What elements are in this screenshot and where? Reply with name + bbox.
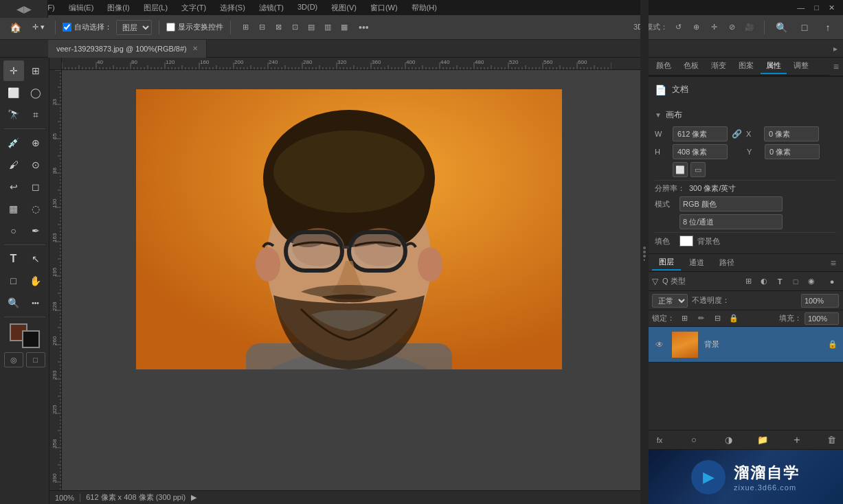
depth-select[interactable]: 8 位/通道	[679, 214, 783, 229]
3d-icon-4[interactable]: ⊘	[724, 20, 739, 35]
hand-tool[interactable]: ✋	[25, 271, 46, 291]
menu-layer[interactable]: 图层(L)	[144, 3, 168, 13]
blend-mode-select[interactable]: 正常	[652, 294, 688, 308]
transform-controls-checkbox[interactable]: 显示变换控件	[166, 22, 223, 32]
align-right-icon[interactable]: ⊠	[271, 20, 286, 35]
lock-position-icon[interactable]: ✏	[694, 312, 708, 325]
layer-mask-button[interactable]: ○	[686, 433, 701, 448]
menu-image[interactable]: 图像(I)	[107, 3, 129, 13]
screen-mode[interactable]: □	[26, 352, 45, 367]
layer-new-button[interactable]: +	[789, 433, 805, 448]
3d-icon-5[interactable]: 🎥	[742, 20, 757, 35]
tab-pattern[interactable]: 图案	[733, 58, 759, 74]
lasso-tool[interactable]: ◯	[25, 82, 46, 103]
background-color[interactable]	[22, 330, 40, 348]
align-top-icon[interactable]: ⊡	[287, 20, 302, 35]
align-bottom-icon[interactable]: ▥	[320, 20, 335, 35]
search-button[interactable]: 🔍	[772, 18, 791, 37]
filter-shape-icon[interactable]: □	[789, 275, 802, 288]
align-center-v-icon[interactable]: ▤	[304, 20, 319, 35]
quick-select[interactable]: 🔭	[3, 104, 24, 125]
gradient-tool[interactable]: ▦	[3, 198, 24, 219]
panel-collapse-icon[interactable]: ◀▶	[16, 3, 32, 14]
layer-item-background[interactable]: 👁 背景 🔒	[648, 327, 843, 363]
layer-adjustment-button[interactable]: ◑	[721, 433, 736, 448]
filter-toggle[interactable]: ●	[825, 275, 839, 288]
filter-smart-icon[interactable]: ◉	[805, 275, 818, 288]
height-input[interactable]	[673, 144, 728, 159]
menu-bar[interactable]: 文件(F) 编辑(E) 图像(I) 图层(L) 文字(T) 选择(S) 滤镜(T…	[30, 3, 437, 13]
document-tab[interactable]: veer-139293873.jpg @ 100%(RGB/8#) ✕	[48, 40, 207, 58]
shape-tool[interactable]: □	[3, 271, 24, 291]
transform-controls-input[interactable]	[166, 23, 175, 32]
extra-tool[interactable]: •••	[25, 293, 46, 313]
clone-stamp[interactable]: ⊙	[25, 154, 46, 175]
history-brush[interactable]: ↩	[3, 176, 24, 197]
y-input[interactable]	[765, 144, 820, 159]
auto-select-type[interactable]: 图层	[116, 20, 152, 35]
dodge-tool[interactable]: ○	[3, 220, 24, 241]
lock-all-icon[interactable]: 🔒	[727, 312, 741, 325]
home-button[interactable]: 🏠	[5, 18, 25, 37]
layer-visibility-icon[interactable]: 👁	[653, 339, 666, 351]
portrait-icon[interactable]: ⬜	[673, 162, 688, 177]
menu-text[interactable]: 文字(T)	[181, 3, 206, 13]
sidebar-collapse[interactable]: · · ·	[640, 0, 649, 504]
link-icon[interactable]: 🔗	[732, 129, 742, 139]
menu-3d[interactable]: 3D(D)	[297, 3, 317, 13]
tab-channels[interactable]: 通道	[682, 255, 711, 270]
tab-close-button[interactable]: ✕	[192, 45, 198, 52]
landscape-icon[interactable]: ▭	[690, 162, 706, 177]
type-tool[interactable]: T	[3, 249, 24, 269]
mode-select[interactable]: RGB 颜色	[679, 196, 783, 211]
layer-group-button[interactable]: 📁	[755, 433, 770, 448]
3d-icon-3[interactable]: ✛	[706, 20, 721, 35]
distribute-h-icon[interactable]: ▦	[337, 20, 352, 35]
tab-swatches[interactable]: 色板	[678, 58, 704, 74]
workspace-button[interactable]: □	[795, 18, 814, 37]
3d-icon-1[interactable]: ↺	[671, 20, 686, 35]
menu-help[interactable]: 帮助(H)	[412, 3, 437, 13]
filter-pixel-icon[interactable]: ⊞	[741, 275, 755, 288]
rectangular-marquee[interactable]: ⬜	[3, 82, 24, 103]
align-center-h-icon[interactable]: ⊟	[254, 20, 269, 35]
menu-filter[interactable]: 滤镜(T)	[259, 3, 284, 13]
canvas-title[interactable]: ▼ 画布	[655, 106, 836, 124]
auto-select-checkbox[interactable]: 自动选择：	[63, 22, 112, 32]
window-controls[interactable]: — □ ✕	[794, 3, 838, 12]
zoom-tool[interactable]: 🔍	[3, 293, 24, 313]
eraser-tool[interactable]: ◻	[25, 176, 46, 197]
align-left-icon[interactable]: ⊞	[238, 20, 253, 35]
tab-gradient[interactable]: 渐变	[706, 58, 732, 74]
status-arrow[interactable]: ▶	[191, 493, 196, 502]
crop-tool[interactable]: ⌗	[25, 104, 46, 125]
filter-adjust-icon[interactable]: ◐	[757, 275, 771, 288]
brush-tool[interactable]: 🖌	[3, 154, 24, 175]
canvas-content[interactable]	[62, 70, 647, 490]
fill-input[interactable]	[805, 312, 839, 325]
opacity-input[interactable]	[801, 294, 839, 308]
share-button[interactable]: ↑	[818, 18, 838, 37]
x-input[interactable]	[764, 126, 819, 141]
lock-pixels-icon[interactable]: ⊞	[677, 312, 691, 325]
eyedropper-tool[interactable]: 💉	[3, 133, 24, 153]
tab-adjustments[interactable]: 调整	[788, 58, 814, 74]
path-select[interactable]: ↖	[25, 249, 46, 269]
width-input[interactable]	[673, 126, 728, 141]
win-close[interactable]: ✕	[826, 3, 838, 12]
move-tool-options[interactable]: ✛ ▾	[29, 18, 48, 37]
win-minimize[interactable]: —	[794, 3, 807, 12]
more-options-icon[interactable]: •••	[356, 22, 372, 33]
layer-delete-button[interactable]: 🗑	[824, 433, 839, 448]
fill-color-swatch[interactable]	[679, 236, 693, 247]
layers-panel-menu[interactable]: ≡	[828, 257, 839, 268]
menu-view[interactable]: 视图(V)	[331, 3, 357, 13]
tab-collapse-button[interactable]: ▸	[833, 44, 838, 54]
lock-artboard-icon[interactable]: ⊟	[710, 312, 724, 325]
tab-layers[interactable]: 图层	[652, 255, 681, 271]
menu-edit[interactable]: 编辑(E)	[69, 3, 94, 13]
artboard-tool[interactable]: ⊞	[25, 60, 46, 81]
filter-type-icon[interactable]: T	[773, 275, 787, 288]
quick-mask[interactable]: ◎	[4, 352, 23, 367]
blur-tool[interactable]: ◌	[25, 198, 46, 219]
